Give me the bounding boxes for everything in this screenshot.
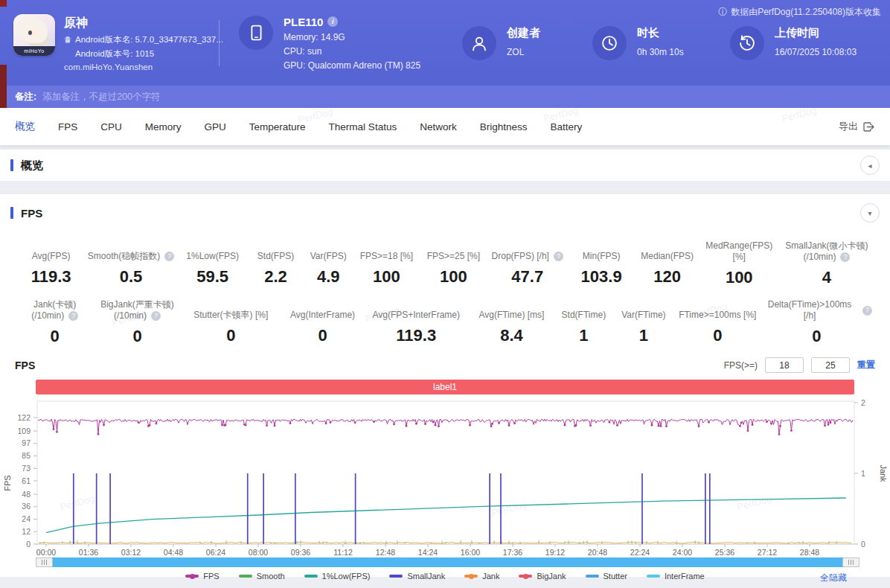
metric-label: Min(FPS) bbox=[569, 240, 635, 262]
export-button[interactable]: 导出 bbox=[839, 120, 875, 133]
scrollbar-left-handle[interactable] bbox=[36, 557, 53, 567]
export-label: 导出 bbox=[839, 120, 858, 133]
tab-Thermal Status[interactable]: Thermal Status bbox=[329, 121, 397, 132]
metric-Avg(FTime)-[ms]: Avg(FTime) [ms]8.4 bbox=[467, 299, 555, 346]
legend-label: Jank bbox=[482, 572, 499, 581]
legend-item-FPS[interactable]: FPS bbox=[185, 572, 219, 581]
legend-marker bbox=[464, 575, 478, 578]
svg-text:06:24: 06:24 bbox=[206, 548, 225, 557]
metric-label: Drop(FPS) [/h]? bbox=[490, 240, 565, 262]
fps-threshold-input-2[interactable] bbox=[811, 357, 850, 373]
edge-accent bbox=[0, 65, 7, 86]
fps-chart-header: FPS FPS(>=) 重置 bbox=[0, 357, 890, 373]
fps-metrics-row-1: Avg(FPS)119.3Smooth(稳帧指数)?0.51%Low(FPS)5… bbox=[0, 240, 890, 287]
device-name: PLE110 bbox=[284, 16, 323, 28]
app-icon: miHoYo bbox=[13, 14, 55, 56]
help-icon[interactable]: ? bbox=[840, 252, 850, 262]
note-input[interactable] bbox=[42, 92, 340, 102]
svg-text:97: 97 bbox=[22, 438, 31, 447]
metric-FPS>=18-[%]: FPS>=18 [%]100 bbox=[354, 240, 419, 287]
svg-text:00:00: 00:00 bbox=[36, 548, 56, 557]
metric-label: Avg(FPS) bbox=[18, 240, 84, 262]
tab-GPU[interactable]: GPU bbox=[205, 121, 226, 132]
fps-metrics-row-2: Jank(卡顿)(/10min)?0BigJank(严重卡顿)(/10min)?… bbox=[0, 299, 890, 346]
metric-label: SmallJank(微小卡顿)(/10min)? bbox=[781, 240, 872, 263]
metric-label: Avg(FTime) [ms] bbox=[469, 299, 554, 321]
legend-item-Stutter[interactable]: Stutter bbox=[586, 572, 627, 581]
help-icon[interactable]: ? bbox=[68, 311, 78, 321]
legend-label: Smooth bbox=[257, 572, 285, 581]
metric-label: 1%Low(FPS) bbox=[178, 240, 248, 262]
metric-value: 100 bbox=[356, 267, 417, 287]
metric-value: 0 bbox=[282, 326, 363, 345]
tab-Temperature[interactable]: Temperature bbox=[249, 121, 306, 132]
metric-label: Var(FPS) bbox=[304, 240, 353, 262]
legend-label: BigJank bbox=[537, 572, 566, 581]
legend-item-InterFrame[interactable]: InterFrame bbox=[647, 572, 705, 581]
device-memory: Memory: 14.9G bbox=[284, 32, 420, 42]
svg-text:24: 24 bbox=[22, 514, 31, 523]
metric-Std(FPS): Std(FPS)2.2 bbox=[249, 240, 303, 287]
android-icon bbox=[64, 36, 71, 44]
metric-MedRange(FPS)[%]: MedRange(FPS)[%]100 bbox=[699, 240, 780, 287]
chart-label1-banner[interactable]: label1 bbox=[36, 380, 854, 394]
svg-text:73: 73 bbox=[22, 464, 31, 473]
metric-label: Smooth(稳帧指数)? bbox=[87, 240, 174, 262]
legend-items: FPSSmooth1%Low(FPS)SmallJankJankBigJankS… bbox=[185, 572, 704, 581]
fps-threshold-input-1[interactable] bbox=[765, 357, 804, 373]
collapse-down-button[interactable]: ▾ bbox=[860, 203, 880, 223]
metric-value: 1 bbox=[557, 326, 611, 345]
svg-text:61: 61 bbox=[22, 476, 31, 485]
legend-marker bbox=[389, 575, 403, 578]
metric-Stutter(卡顿率)-[%]: Stutter(卡顿率) [%]0 bbox=[182, 299, 281, 346]
tab-Battery[interactable]: Battery bbox=[550, 121, 582, 132]
note-label: 备注: bbox=[15, 91, 36, 103]
tab-Memory[interactable]: Memory bbox=[145, 121, 182, 132]
creator-block: 创建者 ZOL bbox=[462, 26, 592, 60]
metric-value: 4 bbox=[781, 268, 872, 287]
collapse-left-button[interactable]: ◂ bbox=[860, 156, 880, 175]
svg-text:109: 109 bbox=[17, 426, 31, 435]
help-icon[interactable]: ? bbox=[862, 306, 872, 316]
legend-item-Smooth[interactable]: Smooth bbox=[239, 572, 285, 581]
svg-text:0: 0 bbox=[26, 540, 31, 549]
metric-Std(FTime): Std(FTime)1 bbox=[556, 299, 612, 346]
fps-chart[interactable]: 01224364861738597109122FPS012Jank00:0001… bbox=[0, 395, 890, 557]
metric-Var(FTime): Var(FTime)1 bbox=[612, 299, 675, 346]
chart-banner-text: label1 bbox=[433, 382, 457, 392]
help-icon[interactable]: ? bbox=[164, 252, 174, 261]
header-divider bbox=[219, 20, 220, 66]
device-info-icon[interactable]: i bbox=[327, 16, 338, 27]
phone-icon bbox=[239, 16, 273, 50]
svg-text:17:36: 17:36 bbox=[503, 548, 522, 557]
metric-FPS>=25-[%]: FPS>=25 [%]100 bbox=[419, 240, 488, 287]
help-icon[interactable]: ? bbox=[151, 311, 161, 321]
tab-bar: 概览FPSCPUMemoryGPUTemperatureThermal Stat… bbox=[0, 108, 890, 145]
hide-all-link[interactable]: 全隐藏 bbox=[820, 572, 847, 584]
metric-value: 120 bbox=[638, 267, 697, 287]
tab-概览[interactable]: 概览 bbox=[15, 120, 35, 133]
help-icon[interactable]: ? bbox=[554, 252, 563, 261]
reset-link[interactable]: 重置 bbox=[857, 359, 875, 371]
note-bar: 备注: bbox=[0, 86, 890, 108]
legend-item-BigJank[interactable]: BigJank bbox=[519, 572, 566, 581]
legend-item-Jank[interactable]: Jank bbox=[464, 572, 499, 581]
metric-label: Avg(InterFrame) bbox=[282, 299, 363, 321]
export-icon bbox=[862, 121, 875, 132]
tab-FPS[interactable]: FPS bbox=[58, 121, 77, 132]
metric-Median(FPS): Median(FPS)120 bbox=[636, 240, 699, 287]
tab-Brightness[interactable]: Brightness bbox=[480, 121, 528, 132]
chart-range-scrollbar[interactable] bbox=[36, 557, 859, 567]
scrollbar-right-handle[interactable] bbox=[842, 557, 859, 567]
svg-text:16:00: 16:00 bbox=[461, 548, 480, 557]
legend-item-1%Low(FPS)[interactable]: 1%Low(FPS) bbox=[304, 572, 371, 581]
metric-label: FPS>=18 [%] bbox=[356, 240, 417, 262]
app-icon-art bbox=[28, 31, 32, 35]
upload-time-block: 上传时间 16/07/2025 10:08:03 bbox=[730, 26, 857, 60]
tab-CPU[interactable]: CPU bbox=[100, 121, 122, 132]
metric-SmallJank(微小卡顿)-(/10min): SmallJank(微小卡顿)(/10min)?4 bbox=[780, 240, 874, 287]
info-icon: ⓘ bbox=[718, 6, 727, 19]
svg-text:Jank: Jank bbox=[879, 464, 888, 482]
legend-item-SmallJank[interactable]: SmallJank bbox=[389, 572, 445, 581]
tab-Network[interactable]: Network bbox=[420, 121, 457, 132]
